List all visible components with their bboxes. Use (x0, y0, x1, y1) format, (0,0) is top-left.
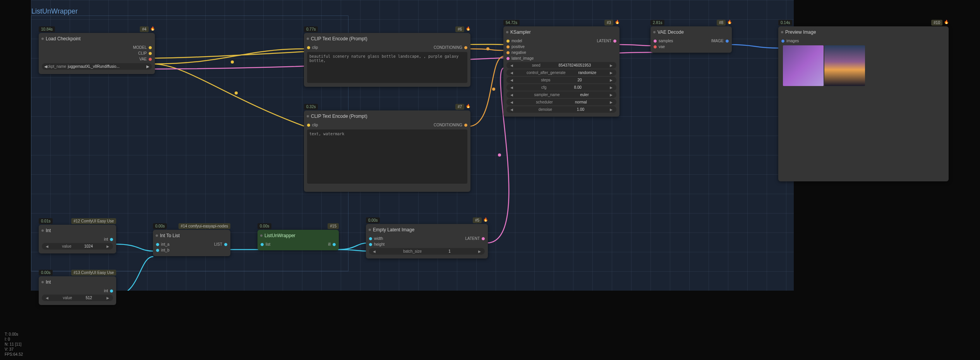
output-dot[interactable] (149, 58, 152, 61)
time-badge: 0.00s (257, 223, 271, 229)
node-id-badge: #10 (931, 20, 942, 26)
value-widget[interactable]: ◀value1024▶ (42, 243, 113, 250)
input-dot[interactable] (654, 40, 657, 43)
output-dot[interactable] (333, 243, 336, 246)
output-dot[interactable] (464, 124, 467, 127)
preview-thumbnail[interactable] (824, 45, 865, 86)
output-label: LIST (214, 242, 222, 246)
input-dot[interactable] (369, 237, 372, 240)
output-label: int (104, 237, 108, 241)
time-badge: 0.14s (778, 20, 792, 26)
node-title: Int (39, 225, 116, 236)
node-list-unwrapper[interactable]: 0.00s #15 ListUnWrapper list ill (257, 230, 339, 250)
fire-icon: 🔥 (727, 20, 732, 26)
input-dot[interactable] (506, 45, 510, 48)
input-label: samples (659, 39, 673, 43)
batch-widget[interactable]: ◀batch_size1▶ (369, 248, 485, 255)
node-preview-image[interactable]: 0.14s #10 🔥 Preview Image images (778, 26, 949, 181)
input-label: positive (511, 45, 525, 49)
output-label: CLIP (138, 51, 147, 55)
input-label: int_a (161, 242, 170, 246)
output-label: ill (328, 242, 331, 246)
time-badge: 0.00s (366, 217, 380, 223)
input-dot[interactable] (654, 45, 657, 48)
fire-icon: 🔥 (466, 104, 470, 110)
chevron-right-icon[interactable]: ▶ (146, 64, 149, 69)
input-dot[interactable] (506, 40, 510, 43)
prompt-textarea[interactable]: beautiful scenery nature glass bottle la… (307, 52, 467, 83)
scheduler-widget[interactable]: ◀schedulernormal▶ (506, 99, 616, 105)
input-dot[interactable] (307, 124, 310, 127)
output-dot[interactable] (464, 46, 467, 49)
node-id-badge: #4 (140, 26, 149, 32)
ckpt-combo[interactable]: ◀ ckpt_name juggernautXL_v8Rundiffusio..… (42, 63, 152, 70)
input-label: clip (312, 45, 318, 50)
node-ksampler[interactable]: 54.72s #3 🔥 KSampler model LATENT positi… (503, 26, 620, 117)
chevron-left-icon[interactable]: ◀ (44, 64, 47, 69)
node-clip-negative[interactable]: 0.32s #7 🔥 CLIP Text Encode (Prompt) cli… (304, 110, 470, 192)
time-badge: 0.32s (304, 104, 318, 110)
output-dot[interactable] (613, 40, 616, 43)
time-badge: 2.81s (650, 20, 664, 26)
input-dot[interactable] (369, 243, 372, 246)
input-dot[interactable] (307, 46, 310, 49)
node-id-badge: #7 (455, 104, 464, 110)
output-label: MODEL (133, 45, 147, 50)
cfg-widget[interactable]: ◀cfg8.00▶ (506, 84, 616, 91)
control-widget[interactable]: ◀control_after_generaterandomize▶ (506, 69, 616, 76)
output-dot[interactable] (726, 40, 729, 43)
node-int-to-list[interactable]: 0.00s #14 comfyui-easyapi-nodes Int To L… (153, 230, 230, 256)
node-clip-positive[interactable]: 0.77s #6 🔥 CLIP Text Encode (Prompt) cli… (304, 33, 470, 87)
steps-widget[interactable]: ◀steps20▶ (506, 77, 616, 83)
node-title: Empty Latent Image (366, 224, 488, 235)
input-label: vae (659, 45, 665, 49)
input-label: height (374, 242, 384, 246)
node-load-checkpoint[interactable]: 10.84s #4 🔥 Load Checkpoint MODEL CLIP V… (39, 33, 155, 74)
input-dot[interactable] (261, 243, 264, 246)
output-dot[interactable] (149, 46, 152, 49)
graph-canvas[interactable]: ListUnWrapper 10.84s #4 🔥 Load Checkp (31, 0, 794, 291)
output-dot[interactable] (224, 243, 227, 246)
node-id-badge: #14 comfyui-easyapi-nodes (178, 223, 230, 229)
output-label: LATENT (597, 39, 611, 43)
value-widget[interactable]: ◀value512▶ (42, 295, 113, 301)
node-title: ListUnWrapper (257, 230, 339, 241)
output-label: IMAGE (711, 39, 724, 43)
node-int-2[interactable]: 0.00s #13 ComfyUI Easy Use Int int ◀valu… (39, 276, 116, 305)
output-dot[interactable] (110, 289, 113, 293)
fire-icon: 🔥 (615, 20, 620, 26)
node-title: Load Checkpoint (39, 33, 155, 44)
node-vae-decode[interactable]: 2.81s #8 🔥 VAE Decode samples IMAGE vae (650, 26, 732, 53)
output-dot[interactable] (149, 52, 152, 55)
input-label: int_b (161, 248, 170, 252)
sampler-widget[interactable]: ◀sampler_nameeuler▶ (506, 91, 616, 98)
input-dot[interactable] (156, 243, 159, 246)
denoise-widget[interactable]: ◀denoise1.00▶ (506, 106, 616, 113)
output-dot[interactable] (482, 237, 485, 240)
node-empty-latent[interactable]: 0.00s #5 🔥 Empty Latent Image width LATE… (366, 224, 488, 258)
svg-point-4 (498, 153, 501, 157)
time-badge: 54.72s (503, 20, 520, 26)
time-badge: 0.00s (153, 223, 167, 229)
prompt-textarea[interactable]: text, watermark (307, 129, 467, 184)
input-dot[interactable] (781, 40, 784, 43)
fire-icon: 🔥 (150, 26, 155, 32)
input-label: list (266, 242, 270, 246)
node-title: Preview Image (778, 26, 949, 37)
input-dot[interactable] (506, 57, 510, 60)
input-label: width (374, 236, 383, 241)
input-dot[interactable] (506, 51, 510, 54)
fire-icon: 🔥 (466, 26, 470, 32)
input-dot[interactable] (156, 249, 159, 252)
node-id-badge: #15 (328, 223, 339, 229)
preview-thumbnail[interactable] (783, 45, 824, 86)
node-int-1[interactable]: 0.01s #12 ComfyUI Easy Use Int int ◀valu… (39, 225, 116, 253)
input-label: negative (511, 50, 526, 55)
seed-widget[interactable]: ◀seed854378246051953▶ (506, 62, 616, 69)
output-dot[interactable] (110, 238, 113, 241)
node-id-badge: #6 (455, 26, 464, 32)
input-label: clip (312, 123, 318, 127)
node-id-badge: #13 ComfyUI Easy Use (71, 270, 116, 276)
output-label: int (104, 289, 108, 293)
time-badge: 0.00s (39, 270, 53, 276)
